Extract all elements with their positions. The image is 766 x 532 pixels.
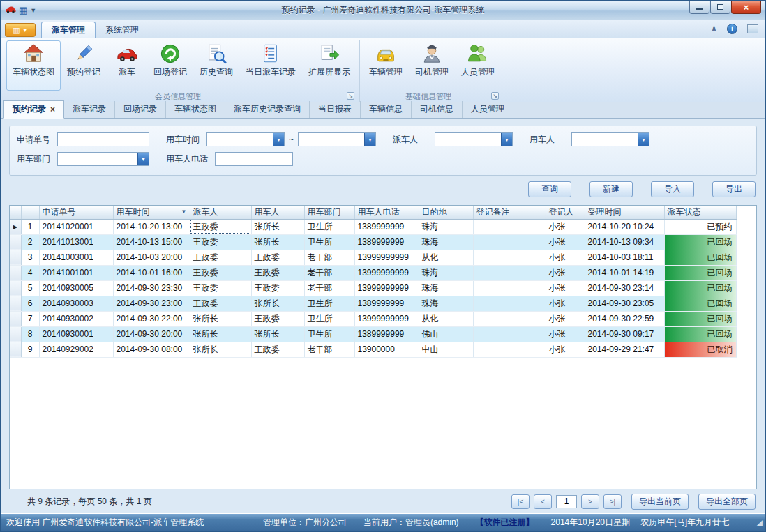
ribbon-button-extend-screen[interactable]: 扩展屏显示 bbox=[302, 40, 356, 91]
grid-cell[interactable]: 1389999999 bbox=[354, 234, 419, 250]
grid-cell[interactable]: 2014-09-30 23:30 bbox=[113, 280, 190, 296]
column-header[interactable]: 派车人 bbox=[190, 206, 251, 219]
export-current-page-button[interactable]: 导出当前页 bbox=[631, 494, 689, 510]
grid-cell[interactable]: 13999999999 bbox=[354, 311, 419, 326]
grid-cell[interactable]: 2014-09-30 22:59 bbox=[585, 311, 664, 326]
grid-cell[interactable]: 卫生所 bbox=[304, 234, 354, 250]
collapse-ribbon-icon[interactable]: ∧ bbox=[711, 24, 717, 33]
table-row[interactable]: 5201409300052014-09-30 23:30王政委王政委老干部139… bbox=[10, 280, 736, 296]
grid-cell[interactable]: 2014-09-29 21:47 bbox=[585, 342, 664, 357]
doc-tab-driver-info[interactable]: 司机信息 bbox=[412, 101, 463, 118]
column-header[interactable]: 受理时间 bbox=[585, 206, 664, 219]
grid-cell[interactable]: 珠海 bbox=[419, 296, 473, 311]
ribbon-button-vehicle-status[interactable]: 车辆状态图 bbox=[6, 40, 61, 91]
grid-cell[interactable]: 2014-10-03 20:00 bbox=[113, 250, 190, 265]
grid-cell[interactable] bbox=[473, 265, 546, 280]
grid-cell[interactable]: 小张 bbox=[546, 234, 585, 250]
ribbon-button-return-register[interactable]: 回场登记 bbox=[147, 40, 193, 91]
grid-cell[interactable]: 20141020001 bbox=[39, 219, 113, 234]
grid-cell[interactable]: 老干部 bbox=[304, 250, 354, 265]
quick-access-grid-icon[interactable]: ▦ bbox=[19, 6, 27, 15]
grid-cell[interactable] bbox=[473, 296, 546, 311]
grid-cell[interactable]: 20140930005 bbox=[39, 280, 113, 296]
grid-cell[interactable]: 王政委 bbox=[190, 265, 251, 280]
table-row[interactable]: ▶1201410200012014-10-20 13:00王政委张所长卫生所13… bbox=[10, 219, 736, 234]
column-header[interactable]: 登记人 bbox=[546, 206, 585, 219]
grid-cell[interactable]: 20140930002 bbox=[39, 311, 113, 326]
column-header[interactable]: 派车状态 bbox=[664, 206, 736, 219]
ribbon-tab-dispatch-mgmt[interactable]: 派车管理 bbox=[41, 22, 96, 38]
dialog-launcher-icon[interactable]: ↘ bbox=[491, 92, 499, 100]
pager-first-button[interactable]: |< bbox=[511, 494, 530, 509]
grid-cell[interactable]: 从化 bbox=[419, 311, 473, 326]
grid-cell[interactable] bbox=[473, 311, 546, 326]
resize-grip[interactable]: ◢ bbox=[753, 518, 763, 527]
doc-tab-dispatch-history-query[interactable]: 派车历史记录查询 bbox=[225, 101, 310, 118]
doc-tab-dispatch-records[interactable]: 派车记录 bbox=[64, 101, 115, 118]
grid-cell[interactable]: 小张 bbox=[546, 342, 585, 357]
ribbon-button-vehicle-mgmt[interactable]: 车辆管理 bbox=[363, 40, 409, 91]
grid-cell[interactable]: 2014-09-30 23:00 bbox=[113, 296, 190, 311]
grid-cell[interactable]: 中山 bbox=[419, 342, 473, 357]
license-status-link[interactable]: 【软件已注册】 bbox=[476, 517, 534, 529]
column-header[interactable]: 用车人 bbox=[251, 206, 304, 219]
grid-cell[interactable] bbox=[473, 219, 546, 234]
column-header[interactable]: 目的地 bbox=[419, 206, 473, 219]
phone-input[interactable] bbox=[215, 152, 293, 166]
grid-cell[interactable]: 老干部 bbox=[304, 265, 354, 280]
pager-page-input[interactable] bbox=[556, 495, 577, 508]
apply-no-input[interactable] bbox=[57, 132, 149, 146]
grid-cell[interactable]: 1389999999 bbox=[354, 296, 419, 311]
style-icon[interactable] bbox=[747, 24, 758, 33]
ribbon-button-today-dispatch-records[interactable]: 当日派车记录 bbox=[239, 40, 302, 91]
grid-cell[interactable]: 王政委 bbox=[190, 234, 251, 250]
column-header[interactable]: 登记备注 bbox=[473, 206, 546, 219]
grid-cell[interactable]: 2014-10-20 13:00 bbox=[113, 219, 190, 234]
ribbon-tab-system-mgmt[interactable]: 系统管理 bbox=[96, 22, 149, 38]
grid-cell[interactable]: 张所长 bbox=[190, 342, 251, 357]
grid-cell[interactable] bbox=[473, 342, 546, 357]
grid-cell[interactable]: 老干部 bbox=[304, 342, 354, 357]
close-tab-icon[interactable]: × bbox=[50, 105, 55, 114]
chevron-down-icon[interactable]: ▼ bbox=[30, 7, 36, 14]
grid-cell[interactable]: 小张 bbox=[546, 219, 585, 234]
grid-cell[interactable]: 小张 bbox=[546, 311, 585, 326]
grid-cell[interactable]: 王政委 bbox=[190, 219, 251, 234]
use-time-from-combo[interactable]: ▼ bbox=[206, 132, 285, 146]
grid-cell[interactable]: 2014-09-30 09:17 bbox=[585, 326, 664, 342]
doc-tab-person-mgmt-tab[interactable]: 人员管理 bbox=[463, 101, 513, 118]
column-header[interactable]: 申请单号 bbox=[39, 206, 113, 219]
grid-cell[interactable]: 小张 bbox=[546, 280, 585, 296]
grid-cell[interactable]: 2014-10-01 14:19 bbox=[585, 265, 664, 280]
grid-cell[interactable] bbox=[473, 280, 546, 296]
grid-cell[interactable]: 王政委 bbox=[251, 250, 304, 265]
grid-cell[interactable]: 王政委 bbox=[251, 280, 304, 296]
pager-next-button[interactable]: > bbox=[581, 494, 599, 509]
table-row[interactable]: 6201409300032014-09-30 23:00王政委张所长卫生所138… bbox=[10, 296, 736, 311]
doc-tab-today-report[interactable]: 当日报表 bbox=[310, 101, 361, 118]
ribbon-button-person-mgmt[interactable]: 人员管理 bbox=[455, 40, 501, 91]
grid-cell[interactable]: 卫生所 bbox=[304, 326, 354, 342]
grid-cell[interactable]: 王政委 bbox=[190, 280, 251, 296]
grid-cell[interactable]: 小张 bbox=[546, 265, 585, 280]
grid-cell[interactable]: 佛山 bbox=[419, 326, 473, 342]
chevron-down-icon[interactable]: ▼ bbox=[638, 133, 649, 146]
grid-cell[interactable]: 珠海 bbox=[419, 219, 473, 234]
grid-cell[interactable]: 张所长 bbox=[190, 326, 251, 342]
grid-cell[interactable]: 张所长 bbox=[251, 326, 304, 342]
ribbon-button-history-query[interactable]: 历史查询 bbox=[193, 40, 239, 91]
grid-cell[interactable]: 13999999999 bbox=[354, 250, 419, 265]
column-filter-icon[interactable]: ▼ bbox=[181, 208, 187, 215]
ribbon-button-dispatch[interactable]: 派车 bbox=[107, 40, 147, 91]
grid-cell[interactable]: 王政委 bbox=[190, 296, 251, 311]
export-all-pages-button[interactable]: 导出全部页 bbox=[698, 494, 756, 510]
grid-cell[interactable]: 20141003001 bbox=[39, 250, 113, 265]
app-menu-button[interactable]: ▥ ▼ bbox=[5, 23, 36, 37]
grid-cell[interactable]: 卫生所 bbox=[304, 296, 354, 311]
grid-cell[interactable]: 20140929002 bbox=[39, 342, 113, 357]
grid-cell[interactable]: 小张 bbox=[546, 326, 585, 342]
grid-cell[interactable]: 老干部 bbox=[304, 280, 354, 296]
grid-cell[interactable]: 王政委 bbox=[190, 250, 251, 265]
table-row[interactable]: 4201410010012014-10-01 16:00王政委王政委老干部139… bbox=[10, 265, 736, 280]
query-button[interactable]: 查询 bbox=[528, 181, 571, 197]
